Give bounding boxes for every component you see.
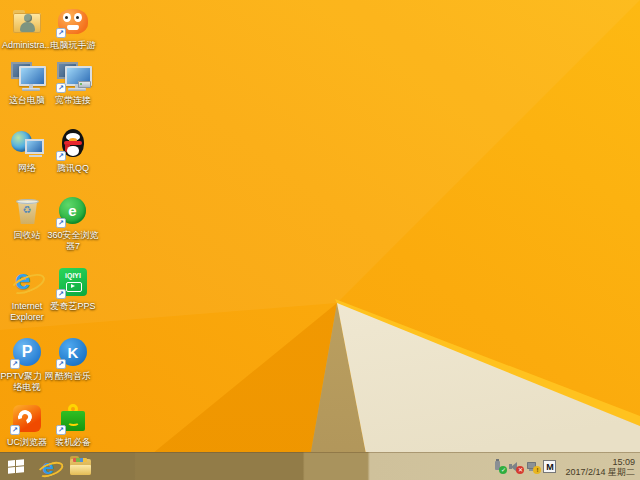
shortcut-arrow-icon: ↗ (56, 218, 66, 228)
desktop-icon-iqiyi[interactable]: iQIYI ↗ 爱奇艺PPS (44, 266, 102, 312)
desktop-icon-360-browser[interactable]: e ↗ 360安全浏览器7 (44, 195, 102, 252)
recycle-bin-icon: ♻ (10, 195, 44, 228)
mute-badge-icon: ✕ (516, 466, 524, 474)
shortcut-arrow-icon: ↗ (56, 151, 66, 161)
desktop-icon-label: 酷狗音乐 (55, 371, 91, 382)
kugou-music-icon: K ↗ (56, 336, 90, 369)
360-browser-icon: e ↗ (56, 195, 90, 228)
user-folder-icon (10, 5, 44, 38)
iqiyi-icon: iQIYI ↗ (56, 266, 90, 299)
ime-indicator[interactable]: M (543, 460, 556, 473)
file-explorer-icon (70, 459, 91, 475)
desktop-icon-label: 电脑玩手游 (51, 40, 96, 51)
desktop: Administra... ↗ 电脑玩手游 这台电脑 ↗ 宽带连接 网络 (0, 0, 640, 480)
shopping-bag-icon: ↗ (56, 402, 90, 435)
taskbar: e ✓ ✕ ! M 15:09 2017/2/14 星 (0, 452, 640, 480)
shortcut-arrow-icon: ↗ (56, 28, 66, 38)
desktop-icon-qq[interactable]: ↗ 腾讯QQ (44, 128, 102, 174)
desktop-icon-label: 网络 (18, 163, 36, 174)
taskbar-file-explorer-button[interactable] (64, 453, 96, 480)
broadband-connection-icon: ↗ (56, 60, 90, 93)
desktop-icon-label: 装机必备 (55, 437, 91, 448)
desktop-icon-broadband[interactable]: ↗ 宽带连接 (44, 60, 102, 106)
internet-explorer-icon: e (10, 266, 44, 299)
desktop-icon-label: 回收站 (14, 230, 41, 241)
volume-muted-icon[interactable]: ✕ (509, 460, 522, 473)
shortcut-arrow-icon: ↗ (10, 359, 20, 369)
shortcut-arrow-icon: ↗ (10, 425, 20, 435)
safely-remove-hardware-icon[interactable]: ✓ (492, 460, 505, 473)
desktop-icon-game-monster[interactable]: ↗ 电脑玩手游 (44, 5, 102, 51)
desktop-icon-essential-apps[interactable]: ↗ 装机必备 (44, 402, 102, 448)
desktop-icon-label: UC浏览器 (7, 437, 47, 448)
uc-browser-icon: ↗ (10, 402, 44, 435)
desktop-icon-label: 宽带连接 (55, 95, 91, 106)
desktop-icon-label: 爱奇艺PPS (50, 301, 95, 312)
taskbar-clock[interactable]: 15:09 2017/2/14 星期二 (565, 457, 635, 477)
monster-game-icon: ↗ (56, 5, 90, 38)
shortcut-arrow-icon: ↗ (56, 289, 66, 299)
system-tray: ✓ ✕ ! M 15:09 2017/2/14 星期二 (492, 457, 640, 477)
network-warning-icon[interactable]: ! (526, 460, 539, 473)
pptv-icon: P ↗ (10, 336, 44, 369)
shortcut-arrow-icon: ↗ (56, 83, 66, 93)
desktop-icon-kugou[interactable]: K ↗ 酷狗音乐 (44, 336, 102, 382)
start-button[interactable] (0, 453, 32, 480)
desktop-icon-label: 360安全浏览器7 (44, 230, 102, 252)
warning-badge-icon: ! (533, 466, 541, 474)
taskbar-ie-button[interactable]: e (32, 453, 64, 480)
clock-time: 15:09 (565, 457, 635, 467)
internet-explorer-icon: e (42, 455, 54, 479)
windows-logo-icon (8, 459, 24, 474)
computer-icon (10, 60, 44, 93)
network-globe-icon (10, 128, 44, 161)
shortcut-arrow-icon: ↗ (56, 359, 66, 369)
check-badge-icon: ✓ (499, 466, 507, 474)
qq-penguin-icon: ↗ (56, 128, 90, 161)
desktop-icon-label: 这台电脑 (9, 95, 45, 106)
shortcut-arrow-icon: ↗ (56, 425, 66, 435)
desktop-icon-label: 腾讯QQ (57, 163, 89, 174)
clock-date: 2017/2/14 星期二 (565, 467, 635, 477)
